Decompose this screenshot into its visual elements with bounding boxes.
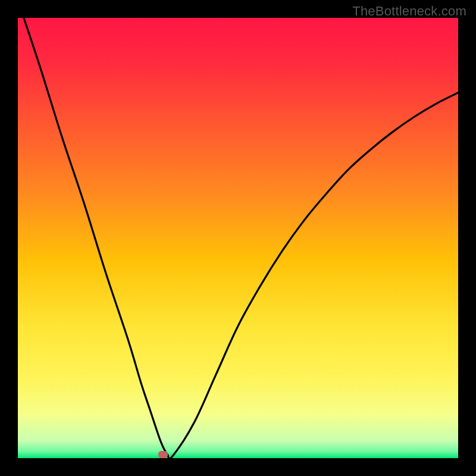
watermark-text: TheBottleneck.com bbox=[352, 4, 466, 19]
chart-container: TheBottleneck.com bbox=[0, 0, 476, 476]
bottleneck-curve bbox=[18, 18, 458, 458]
plot-area bbox=[18, 18, 458, 458]
optimum-marker bbox=[158, 451, 168, 458]
